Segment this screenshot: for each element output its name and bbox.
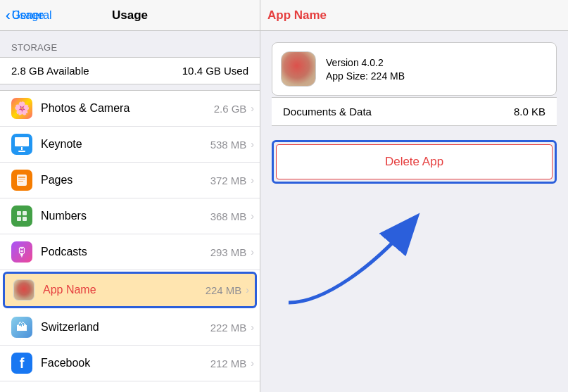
svg-rect-5 bbox=[23, 211, 27, 215]
pages-app-icon bbox=[11, 170, 32, 191]
svg-rect-1 bbox=[18, 177, 25, 178]
app-info-text: Version 4.0.2 App Size: 224 MB bbox=[326, 57, 405, 82]
right-content: Version 4.0.2 App Size: 224 MB Documents… bbox=[260, 31, 568, 392]
item-name: Facebook bbox=[41, 357, 210, 369]
svg-rect-0 bbox=[17, 175, 27, 186]
storage-section-header: STORAGE bbox=[0, 31, 260, 57]
list-item[interactable]: Keynote 538 MB › bbox=[0, 127, 260, 163]
storage-used: 10.4 GB Used bbox=[182, 65, 248, 77]
delete-btn-wrapper: Delete App bbox=[272, 140, 557, 184]
numbers-icon bbox=[15, 209, 29, 223]
switzerland-icon: 🏔 bbox=[16, 321, 27, 334]
item-size: 293 MB bbox=[210, 246, 247, 258]
app-name-list-item[interactable]: App Name 224 MB › bbox=[3, 272, 257, 308]
right-panel: ‹ Usage App Name Version 4.0.2 App Size:… bbox=[260, 0, 568, 392]
list-item[interactable]: Pages 372 MB › bbox=[0, 163, 260, 198]
facebook-app-icon: f bbox=[11, 353, 32, 374]
chevron-right-icon: › bbox=[251, 103, 254, 114]
back-to-usage[interactable]: ‹ Usage bbox=[6, 8, 44, 22]
right-nav-title: App Name bbox=[267, 8, 327, 23]
docs-value: 8.0 KB bbox=[514, 106, 545, 118]
item-name: Keynote bbox=[41, 138, 210, 151]
appname-app-icon bbox=[13, 279, 34, 301]
item-size: 538 MB bbox=[210, 139, 247, 151]
left-nav-title: Usage bbox=[112, 8, 148, 23]
item-name: Pages bbox=[41, 174, 210, 186]
list-item[interactable]: 🏔 Switzerland 222 MB › bbox=[0, 310, 260, 346]
chevron-right-icon: › bbox=[246, 284, 249, 296]
left-panel: ‹ General Usage STORAGE 2.8 GB Available… bbox=[0, 0, 260, 392]
svg-rect-3 bbox=[18, 181, 23, 182]
storage-info-row: 2.8 GB Available 10.4 GB Used bbox=[0, 57, 260, 84]
podcasts-icon: 🎙 bbox=[15, 245, 28, 260]
facebook-icon: f bbox=[20, 355, 25, 372]
chevron-right-icon: › bbox=[251, 358, 254, 369]
right-back-label: Usage bbox=[12, 9, 44, 22]
right-app-icon-graphic bbox=[282, 52, 315, 86]
list-item[interactable]: 🌸 Photos & Camera 2.6 GB › bbox=[0, 91, 260, 127]
podcasts-app-icon: 🎙 bbox=[11, 241, 32, 263]
item-size: 372 MB bbox=[210, 175, 247, 186]
svg-rect-7 bbox=[23, 217, 27, 221]
svg-rect-6 bbox=[17, 217, 21, 221]
list-item[interactable]: f Facebook 212 MB › bbox=[0, 346, 260, 381]
chevron-right-icon: › bbox=[251, 175, 254, 186]
right-nav-bar: ‹ Usage App Name bbox=[260, 0, 568, 31]
app-info-row: Version 4.0.2 App Size: 224 MB bbox=[272, 42, 557, 96]
item-size: 368 MB bbox=[210, 210, 247, 222]
list-item[interactable]: 🎙 Podcasts 293 MB › bbox=[0, 234, 260, 270]
item-size: 2.6 GB bbox=[214, 103, 247, 115]
docs-label: Documents & Data bbox=[283, 106, 372, 118]
docs-data-row: Documents & Data 8.0 KB bbox=[272, 97, 557, 126]
back-chevron-icon: ‹ bbox=[6, 8, 11, 22]
numbers-app-icon bbox=[11, 206, 32, 227]
chevron-right-icon: › bbox=[251, 139, 254, 150]
chevron-right-icon: › bbox=[251, 322, 254, 333]
appname-icon bbox=[14, 280, 34, 300]
list-item[interactable]: Numbers 368 MB › bbox=[0, 198, 260, 234]
item-name: Switzerland bbox=[41, 321, 210, 334]
apps-list: 🌸 Photos & Camera 2.6 GB › Keynote 538 M… bbox=[0, 90, 260, 392]
switzerland-app-icon: 🏔 bbox=[11, 317, 32, 338]
svg-rect-2 bbox=[18, 179, 25, 179]
item-name: Photos & Camera bbox=[41, 102, 214, 115]
photos-app-icon: 🌸 bbox=[11, 98, 32, 119]
app-size: App Size: 224 MB bbox=[326, 70, 405, 82]
item-size: 224 MB bbox=[206, 284, 242, 296]
pages-icon bbox=[15, 173, 29, 187]
app-version: Version 4.0.2 bbox=[326, 57, 405, 68]
keynote-app-icon bbox=[11, 134, 32, 155]
delete-app-button[interactable]: Delete App bbox=[276, 144, 553, 179]
right-app-icon bbox=[281, 51, 316, 87]
item-name: App Name bbox=[43, 284, 206, 296]
item-size: 222 MB bbox=[210, 322, 247, 334]
item-size: 212 MB bbox=[210, 358, 247, 369]
chevron-right-icon: › bbox=[251, 246, 254, 258]
photos-icon: 🌸 bbox=[14, 101, 30, 116]
item-name: Numbers bbox=[41, 210, 210, 222]
chevron-right-icon: › bbox=[251, 210, 254, 222]
item-name: Podcasts bbox=[41, 246, 210, 258]
storage-available: 2.8 GB Available bbox=[11, 65, 89, 77]
svg-rect-4 bbox=[17, 211, 21, 215]
keynote-icon bbox=[15, 137, 29, 152]
